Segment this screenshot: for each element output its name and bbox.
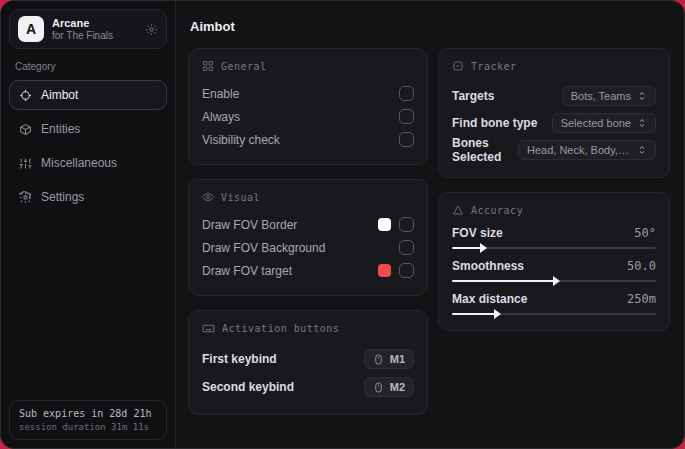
dropdown-value: Head, Neck, Body, Pe.. <box>527 144 631 156</box>
sub-expiry-text: Sub expires in 28d 21h <box>19 408 157 419</box>
setting-row-fov-background: Draw FOV Background <box>202 236 414 259</box>
targets-dropdown[interactable]: Bots, Teams <box>562 86 656 106</box>
sidebar: A Arcane for The Finals Category Aimbot <box>1 1 176 448</box>
fov-border-color-swatch[interactable] <box>378 218 391 231</box>
dropdown-value: Selected bone <box>561 117 631 129</box>
setting-label: Find bone type <box>452 116 552 130</box>
setting-row-fov-border: Draw FOV Border <box>202 213 414 236</box>
first-keybind-button[interactable]: M1 <box>364 349 414 369</box>
setting-label: Enable <box>202 87 399 101</box>
setting-label: Visibility check <box>202 133 399 147</box>
setting-row-second-keybind: Second keybind M2 <box>202 373 414 401</box>
fov-size-slider[interactable] <box>452 247 656 249</box>
slider-value: 50.0 <box>627 259 656 273</box>
activation-buttons-card: Activation buttons First keybind M1 <box>188 310 428 415</box>
general-card: General Enable Always Visibility check <box>188 48 428 165</box>
tracker-card: Tracker Targets Bots, Teams <box>438 48 670 178</box>
accuracy-card: Accuracy FOV size 50° Smoothness <box>438 192 670 331</box>
find-bone-type-dropdown[interactable]: Selected bone <box>552 113 656 133</box>
card-title: General <box>221 61 267 72</box>
subscription-info-card: Sub expires in 28d 21h session duration … <box>9 400 167 440</box>
app-title: Arcane <box>52 17 137 30</box>
setting-label: Targets <box>452 89 562 103</box>
gear-icon[interactable] <box>145 23 158 36</box>
second-keybind-button[interactable]: M2 <box>364 377 414 397</box>
sidebar-item-entities[interactable]: Entities <box>9 114 167 144</box>
chevrons-up-down-icon <box>637 145 647 155</box>
dropdown-value: Bots, Teams <box>571 90 631 102</box>
card-title: Visual <box>221 192 260 203</box>
setting-row-enable: Enable <box>202 82 414 105</box>
setting-label: Second keybind <box>202 380 364 394</box>
fov-target-checkbox[interactable] <box>399 263 414 278</box>
slider-label: Smoothness <box>452 259 627 273</box>
fov-border-checkbox[interactable] <box>399 217 414 232</box>
sliders-icon <box>19 157 32 170</box>
visual-card: Visual Draw FOV Border Draw FOV Backgrou… <box>188 179 428 296</box>
eye-icon <box>202 191 214 203</box>
slider-label: FOV size <box>452 226 634 240</box>
setting-label: Draw FOV Background <box>202 241 399 255</box>
card-title: Activation buttons <box>222 323 339 334</box>
triangle-icon <box>452 204 464 216</box>
chevrons-up-down-icon <box>637 118 647 128</box>
grid-icon <box>202 60 214 72</box>
slider-value: 250m <box>627 292 656 306</box>
setting-row-visibility-check: Visibility check <box>202 128 414 151</box>
chevrons-up-down-icon <box>637 91 647 101</box>
keybind-value: M1 <box>390 353 405 365</box>
session-duration-text: session duration 31m 11s <box>19 422 157 432</box>
sidebar-item-aimbot[interactable]: Aimbot <box>9 80 167 110</box>
card-title: Accuracy <box>471 205 523 216</box>
setting-label: Bones Selected <box>452 136 518 164</box>
keyboard-icon <box>202 322 215 335</box>
category-label: Category <box>15 61 161 72</box>
setting-row-always: Always <box>202 105 414 128</box>
sidebar-item-miscellaneous[interactable]: Miscellaneous <box>9 148 167 178</box>
slider-thumb[interactable] <box>494 309 501 319</box>
setting-label: Draw FOV Border <box>202 218 378 232</box>
setting-row-bones-selected: Bones Selected Head, Neck, Body, Pe.. <box>452 136 656 164</box>
setting-row-fov-target: Draw FOV target <box>202 259 414 282</box>
mouse-icon <box>373 382 384 393</box>
sidebar-item-label: Settings <box>41 190 84 204</box>
visibility-check-checkbox[interactable] <box>399 132 414 147</box>
sidebar-item-label: Miscellaneous <box>41 156 117 170</box>
setting-label: Always <box>202 110 399 124</box>
sidebar-item-label: Aimbot <box>41 88 78 102</box>
crosshair-icon <box>19 89 32 102</box>
app-subtitle: for The Finals <box>52 30 137 42</box>
setting-row-targets: Targets Bots, Teams <box>452 82 656 109</box>
gear-icon <box>19 191 32 204</box>
fov-target-color-swatch[interactable] <box>378 264 391 277</box>
bones-selected-dropdown[interactable]: Head, Neck, Body, Pe.. <box>518 140 656 160</box>
cube-icon <box>19 123 32 136</box>
max-distance-slider-block: Max distance 250m <box>452 292 656 315</box>
card-title: Tracker <box>471 61 517 72</box>
scan-icon <box>452 60 464 72</box>
setting-label: Draw FOV target <box>202 264 378 278</box>
always-checkbox[interactable] <box>399 109 414 124</box>
slider-label: Max distance <box>452 292 627 306</box>
page-title: Aimbot <box>190 19 670 34</box>
smoothness-slider-block: Smoothness 50.0 <box>452 259 656 282</box>
setting-row-find-bone-type: Find bone type Selected bone <box>452 109 656 136</box>
fov-size-slider-block: FOV size 50° <box>452 226 656 249</box>
max-distance-slider[interactable] <box>452 313 656 315</box>
mouse-icon <box>373 354 384 365</box>
smoothness-slider[interactable] <box>452 280 656 282</box>
app-logo: A <box>18 16 44 42</box>
fov-background-checkbox[interactable] <box>399 240 414 255</box>
sidebar-item-settings[interactable]: Settings <box>9 182 167 212</box>
sidebar-item-label: Entities <box>41 122 80 136</box>
keybind-value: M2 <box>390 381 405 393</box>
setting-label: First keybind <box>202 352 364 366</box>
app-window: A Arcane for The Finals Category Aimbot <box>0 0 685 449</box>
slider-thumb[interactable] <box>480 243 487 253</box>
app-header-card: A Arcane for The Finals <box>9 9 167 49</box>
setting-row-first-keybind: First keybind M1 <box>202 345 414 373</box>
slider-thumb[interactable] <box>553 276 560 286</box>
enable-checkbox[interactable] <box>399 86 414 101</box>
slider-value: 50° <box>634 226 656 240</box>
main-content: Aimbot General <box>176 1 684 448</box>
